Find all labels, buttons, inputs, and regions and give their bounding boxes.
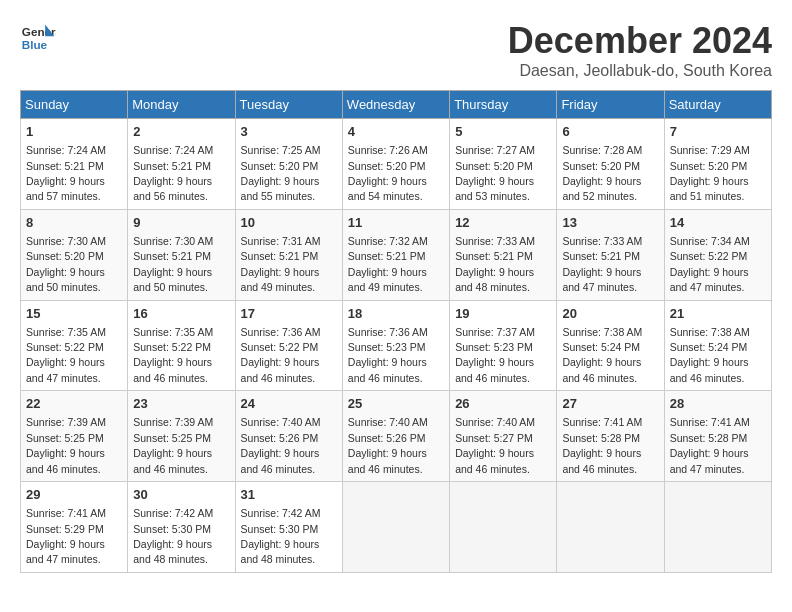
day-detail: Sunrise: 7:42 AM Sunset: 5:30 PM Dayligh… bbox=[241, 507, 321, 565]
day-number: 5 bbox=[455, 123, 551, 141]
svg-text:Blue: Blue bbox=[22, 38, 48, 51]
day-cell-4: 4Sunrise: 7:26 AM Sunset: 5:20 PM Daylig… bbox=[342, 119, 449, 210]
day-detail: Sunrise: 7:33 AM Sunset: 5:21 PM Dayligh… bbox=[562, 235, 642, 293]
day-cell-3: 3Sunrise: 7:25 AM Sunset: 5:20 PM Daylig… bbox=[235, 119, 342, 210]
day-detail: Sunrise: 7:42 AM Sunset: 5:30 PM Dayligh… bbox=[133, 507, 213, 565]
day-cell-27: 27Sunrise: 7:41 AM Sunset: 5:28 PM Dayli… bbox=[557, 391, 664, 482]
day-cell-24: 24Sunrise: 7:40 AM Sunset: 5:26 PM Dayli… bbox=[235, 391, 342, 482]
day-detail: Sunrise: 7:39 AM Sunset: 5:25 PM Dayligh… bbox=[26, 416, 106, 474]
logo-icon: General Blue bbox=[20, 20, 56, 56]
day-detail: Sunrise: 7:41 AM Sunset: 5:28 PM Dayligh… bbox=[562, 416, 642, 474]
weekday-header-thursday: Thursday bbox=[450, 91, 557, 119]
day-detail: Sunrise: 7:33 AM Sunset: 5:21 PM Dayligh… bbox=[455, 235, 535, 293]
day-number: 16 bbox=[133, 305, 229, 323]
day-cell-7: 7Sunrise: 7:29 AM Sunset: 5:20 PM Daylig… bbox=[664, 119, 771, 210]
day-number: 15 bbox=[26, 305, 122, 323]
logo: General Blue bbox=[20, 20, 56, 56]
day-number: 19 bbox=[455, 305, 551, 323]
weekday-header-saturday: Saturday bbox=[664, 91, 771, 119]
day-number: 6 bbox=[562, 123, 658, 141]
day-cell-21: 21Sunrise: 7:38 AM Sunset: 5:24 PM Dayli… bbox=[664, 300, 771, 391]
weekday-header-friday: Friday bbox=[557, 91, 664, 119]
day-number: 9 bbox=[133, 214, 229, 232]
day-number: 14 bbox=[670, 214, 766, 232]
day-detail: Sunrise: 7:27 AM Sunset: 5:20 PM Dayligh… bbox=[455, 144, 535, 202]
day-detail: Sunrise: 7:35 AM Sunset: 5:22 PM Dayligh… bbox=[133, 326, 213, 384]
day-cell-15: 15Sunrise: 7:35 AM Sunset: 5:22 PM Dayli… bbox=[21, 300, 128, 391]
day-number: 8 bbox=[26, 214, 122, 232]
day-detail: Sunrise: 7:38 AM Sunset: 5:24 PM Dayligh… bbox=[670, 326, 750, 384]
day-cell-1: 1Sunrise: 7:24 AM Sunset: 5:21 PM Daylig… bbox=[21, 119, 128, 210]
day-number: 4 bbox=[348, 123, 444, 141]
day-cell-10: 10Sunrise: 7:31 AM Sunset: 5:21 PM Dayli… bbox=[235, 209, 342, 300]
day-number: 2 bbox=[133, 123, 229, 141]
location-title: Daesan, Jeollabuk-do, South Korea bbox=[508, 62, 772, 80]
week-row-3: 15Sunrise: 7:35 AM Sunset: 5:22 PM Dayli… bbox=[21, 300, 772, 391]
day-detail: Sunrise: 7:35 AM Sunset: 5:22 PM Dayligh… bbox=[26, 326, 106, 384]
day-detail: Sunrise: 7:29 AM Sunset: 5:20 PM Dayligh… bbox=[670, 144, 750, 202]
day-detail: Sunrise: 7:36 AM Sunset: 5:22 PM Dayligh… bbox=[241, 326, 321, 384]
day-detail: Sunrise: 7:40 AM Sunset: 5:26 PM Dayligh… bbox=[241, 416, 321, 474]
weekday-header-monday: Monday bbox=[128, 91, 235, 119]
weekday-header-row: SundayMondayTuesdayWednesdayThursdayFrid… bbox=[21, 91, 772, 119]
day-detail: Sunrise: 7:24 AM Sunset: 5:21 PM Dayligh… bbox=[26, 144, 106, 202]
day-number: 3 bbox=[241, 123, 337, 141]
weekday-header-tuesday: Tuesday bbox=[235, 91, 342, 119]
day-number: 17 bbox=[241, 305, 337, 323]
day-number: 21 bbox=[670, 305, 766, 323]
day-number: 29 bbox=[26, 486, 122, 504]
page-header: General Blue December 2024 Daesan, Jeoll… bbox=[20, 20, 772, 80]
day-cell-29: 29Sunrise: 7:41 AM Sunset: 5:29 PM Dayli… bbox=[21, 482, 128, 573]
day-cell-6: 6Sunrise: 7:28 AM Sunset: 5:20 PM Daylig… bbox=[557, 119, 664, 210]
weekday-header-wednesday: Wednesday bbox=[342, 91, 449, 119]
day-cell-9: 9Sunrise: 7:30 AM Sunset: 5:21 PM Daylig… bbox=[128, 209, 235, 300]
day-cell-30: 30Sunrise: 7:42 AM Sunset: 5:30 PM Dayli… bbox=[128, 482, 235, 573]
day-cell-8: 8Sunrise: 7:30 AM Sunset: 5:20 PM Daylig… bbox=[21, 209, 128, 300]
day-detail: Sunrise: 7:30 AM Sunset: 5:21 PM Dayligh… bbox=[133, 235, 213, 293]
empty-cell bbox=[557, 482, 664, 573]
month-title: December 2024 bbox=[508, 20, 772, 62]
day-cell-17: 17Sunrise: 7:36 AM Sunset: 5:22 PM Dayli… bbox=[235, 300, 342, 391]
day-detail: Sunrise: 7:31 AM Sunset: 5:21 PM Dayligh… bbox=[241, 235, 321, 293]
day-cell-5: 5Sunrise: 7:27 AM Sunset: 5:20 PM Daylig… bbox=[450, 119, 557, 210]
day-detail: Sunrise: 7:40 AM Sunset: 5:27 PM Dayligh… bbox=[455, 416, 535, 474]
empty-cell bbox=[342, 482, 449, 573]
day-detail: Sunrise: 7:37 AM Sunset: 5:23 PM Dayligh… bbox=[455, 326, 535, 384]
day-detail: Sunrise: 7:41 AM Sunset: 5:29 PM Dayligh… bbox=[26, 507, 106, 565]
day-number: 13 bbox=[562, 214, 658, 232]
day-cell-20: 20Sunrise: 7:38 AM Sunset: 5:24 PM Dayli… bbox=[557, 300, 664, 391]
day-cell-28: 28Sunrise: 7:41 AM Sunset: 5:28 PM Dayli… bbox=[664, 391, 771, 482]
day-detail: Sunrise: 7:40 AM Sunset: 5:26 PM Dayligh… bbox=[348, 416, 428, 474]
day-detail: Sunrise: 7:34 AM Sunset: 5:22 PM Dayligh… bbox=[670, 235, 750, 293]
day-cell-2: 2Sunrise: 7:24 AM Sunset: 5:21 PM Daylig… bbox=[128, 119, 235, 210]
day-number: 11 bbox=[348, 214, 444, 232]
day-cell-18: 18Sunrise: 7:36 AM Sunset: 5:23 PM Dayli… bbox=[342, 300, 449, 391]
day-number: 28 bbox=[670, 395, 766, 413]
day-number: 7 bbox=[670, 123, 766, 141]
day-detail: Sunrise: 7:25 AM Sunset: 5:20 PM Dayligh… bbox=[241, 144, 321, 202]
day-cell-11: 11Sunrise: 7:32 AM Sunset: 5:21 PM Dayli… bbox=[342, 209, 449, 300]
day-number: 10 bbox=[241, 214, 337, 232]
week-row-4: 22Sunrise: 7:39 AM Sunset: 5:25 PM Dayli… bbox=[21, 391, 772, 482]
day-detail: Sunrise: 7:26 AM Sunset: 5:20 PM Dayligh… bbox=[348, 144, 428, 202]
day-number: 25 bbox=[348, 395, 444, 413]
day-cell-26: 26Sunrise: 7:40 AM Sunset: 5:27 PM Dayli… bbox=[450, 391, 557, 482]
day-cell-19: 19Sunrise: 7:37 AM Sunset: 5:23 PM Dayli… bbox=[450, 300, 557, 391]
week-row-5: 29Sunrise: 7:41 AM Sunset: 5:29 PM Dayli… bbox=[21, 482, 772, 573]
day-number: 20 bbox=[562, 305, 658, 323]
day-number: 22 bbox=[26, 395, 122, 413]
day-number: 23 bbox=[133, 395, 229, 413]
day-cell-31: 31Sunrise: 7:42 AM Sunset: 5:30 PM Dayli… bbox=[235, 482, 342, 573]
weekday-header-sunday: Sunday bbox=[21, 91, 128, 119]
day-number: 1 bbox=[26, 123, 122, 141]
calendar-table: SundayMondayTuesdayWednesdayThursdayFrid… bbox=[20, 90, 772, 573]
day-detail: Sunrise: 7:39 AM Sunset: 5:25 PM Dayligh… bbox=[133, 416, 213, 474]
day-cell-23: 23Sunrise: 7:39 AM Sunset: 5:25 PM Dayli… bbox=[128, 391, 235, 482]
day-detail: Sunrise: 7:24 AM Sunset: 5:21 PM Dayligh… bbox=[133, 144, 213, 202]
day-number: 27 bbox=[562, 395, 658, 413]
day-number: 30 bbox=[133, 486, 229, 504]
day-detail: Sunrise: 7:28 AM Sunset: 5:20 PM Dayligh… bbox=[562, 144, 642, 202]
day-number: 31 bbox=[241, 486, 337, 504]
day-detail: Sunrise: 7:36 AM Sunset: 5:23 PM Dayligh… bbox=[348, 326, 428, 384]
day-detail: Sunrise: 7:32 AM Sunset: 5:21 PM Dayligh… bbox=[348, 235, 428, 293]
